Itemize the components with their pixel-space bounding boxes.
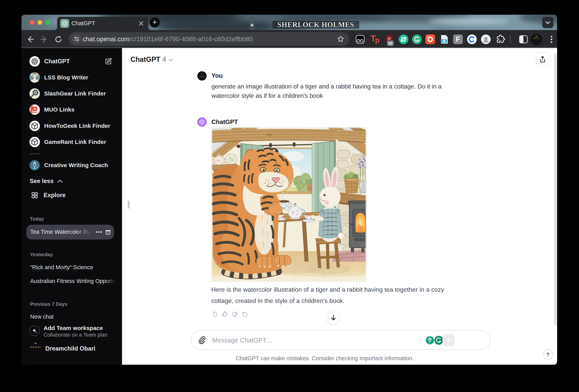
svg-text:MUO: MUO [33, 111, 38, 113]
svg-text:93: 93 [388, 41, 392, 45]
svg-text:ID: ID [388, 37, 391, 40]
